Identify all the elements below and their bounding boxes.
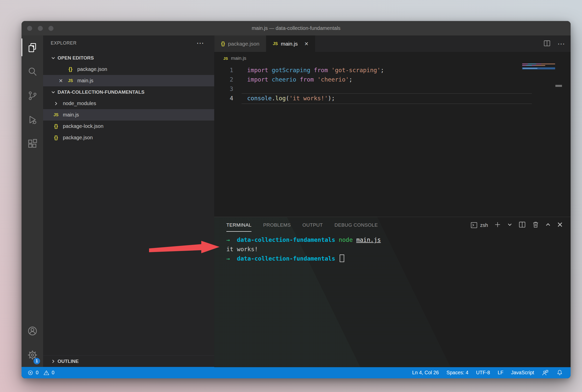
editor-tab-bar: {} package.json JS main.js ✕ ⋯ [214,35,571,52]
source-control-icon[interactable] [22,84,43,108]
run-and-debug-icon[interactable] [22,108,43,132]
tab-terminal[interactable]: TERMINAL [226,217,251,233]
token: → [226,255,230,262]
settings-badge: 1 [33,358,40,364]
chevron-down-icon [49,90,57,94]
token [230,255,237,262]
terminal-dropdown-chevron-icon[interactable] [507,222,512,228]
breadcrumb[interactable]: JS main.js [214,52,571,65]
close-tab-icon[interactable]: ✕ [304,41,308,47]
close-editor-icon[interactable]: ✕ [57,78,65,84]
new-terminal-icon[interactable] [494,221,501,229]
tab-main-js[interactable]: JS main.js ✕ [266,35,315,52]
open-editor-package-json[interactable]: {} package.json [43,64,214,75]
js-file-icon: JS [52,113,60,117]
explorer-sidebar: EXPLORER ⋯ OPEN EDITORS {} package.json … [43,35,214,367]
settings-gear-icon[interactable]: 1 [22,343,43,367]
token: → [226,237,230,243]
terminal-panel: TERMINAL PROBLEMS OUTPUT DEBUG CONSOLE z… [214,217,571,367]
close-panel-icon[interactable] [557,222,563,229]
token: import [247,67,272,73]
chevron-right-icon [49,359,57,364]
tree-item-main-js[interactable]: JS main.js [43,109,214,121]
editor-group: {} package.json JS main.js ✕ ⋯ JS main. [214,35,571,367]
scrollbar-handle[interactable] [555,85,562,87]
tab-package-json[interactable]: {} package.json [214,35,266,52]
json-file-icon: {} [67,66,74,72]
maximize-panel-chevron-icon[interactable] [545,222,551,228]
token: node [339,237,353,243]
token: main.js [356,237,381,243]
errors-icon [27,369,34,376]
explorer-more-actions-icon[interactable]: ⋯ [196,42,204,44]
indentation-status[interactable]: Spaces: 4 [446,370,468,376]
token: import [247,76,272,83]
shell-selector[interactable]: zsh [470,222,488,229]
explorer-icon[interactable] [22,35,43,60]
terminal-line: it works! [226,245,571,254]
titlebar[interactable]: main.js — data-collection-fundamentals [22,21,571,35]
token: ; [380,67,384,73]
token: 'got-scraping' [331,67,380,73]
status-bar: 0 0 Ln 4, Col 26 Spaces: 4 UTF-8 LF Java… [22,367,571,378]
explorer-title: EXPLORER [51,41,77,46]
warnings-icon [43,369,50,376]
js-file-icon: JS [223,56,228,61]
token: from [300,76,317,83]
token: it works! [226,246,258,252]
outline-section-header[interactable]: OUTLINE [43,355,214,367]
encoding-status[interactable]: UTF-8 [476,370,490,376]
chevron-down-icon [49,56,57,60]
terminal-line: → data-collection-fundamentals node main… [226,235,571,245]
js-file-icon: JS [273,42,278,46]
token: data-collection-fundamentals [237,237,335,243]
notifications-bell-icon[interactable] [556,369,563,376]
code-editor[interactable]: 1 import gotScraping from 'got-scraping'… [214,65,571,217]
minimap[interactable] [522,64,555,94]
code-line: 1 import gotScraping from 'got-scraping'… [214,66,571,75]
token: data-collection-fundamentals [237,255,335,262]
tab-output[interactable]: OUTPUT [302,217,323,233]
cursor-position-status[interactable]: Ln 4, Col 26 [412,370,439,376]
window-title: main.js — data-collection-fundamentals [22,25,571,31]
token: ; [349,76,353,83]
terminal-output[interactable]: → data-collection-fundamentals node main… [214,233,571,263]
terminal-icon [470,222,478,229]
kill-terminal-trash-icon[interactable] [532,221,539,229]
js-file-icon: JS [67,79,74,83]
open-editor-main-js[interactable]: ✕ JS main.js [43,75,214,86]
token [353,237,356,243]
minimap-line [522,64,555,64]
split-terminal-icon[interactable] [518,221,526,229]
json-file-icon: {} [52,123,60,129]
token: 'cheerio' [317,76,349,83]
tab-problems[interactable]: PROBLEMS [263,217,291,233]
tree-item-package-lock-json[interactable]: {} package-lock.json [43,121,214,132]
activity-bar: 1 [22,35,43,367]
language-mode-status[interactable]: JavaScript [511,370,534,376]
token [335,255,339,262]
editor-more-actions-icon[interactable]: ⋯ [557,43,565,45]
tree-item-node-modules[interactable]: node_modules [43,98,214,109]
tree-item-package-json[interactable]: {} package.json [43,132,214,143]
feedback-icon[interactable] [542,369,549,376]
code-line: 2 import cheerio from 'cheerio'; [214,75,571,84]
eol-status[interactable]: LF [498,370,503,376]
current-line-highlight [242,93,532,104]
token: from [314,67,331,73]
search-icon[interactable] [22,60,43,84]
panel-header: TERMINAL PROBLEMS OUTPUT DEBUG CONSOLE z… [214,217,571,233]
terminal-line: → data-collection-fundamentals [226,254,571,263]
tab-debug-console[interactable]: DEBUG CONSOLE [335,217,378,233]
open-editors-section-header[interactable]: OPEN EDITORS [43,52,214,64]
accounts-icon[interactable] [22,319,43,343]
split-editor-icon[interactable] [543,40,551,48]
folder-section-header[interactable]: DATA-COLLECTION-FUNDAMENTALS [43,86,214,98]
token [230,237,237,243]
token: cheerio [272,76,300,83]
problems-status[interactable]: 0 0 [27,369,54,376]
code-line: 3 [214,84,571,94]
json-file-icon: {} [52,135,60,141]
extensions-icon[interactable] [22,132,43,156]
token: gotScraping [272,67,314,73]
